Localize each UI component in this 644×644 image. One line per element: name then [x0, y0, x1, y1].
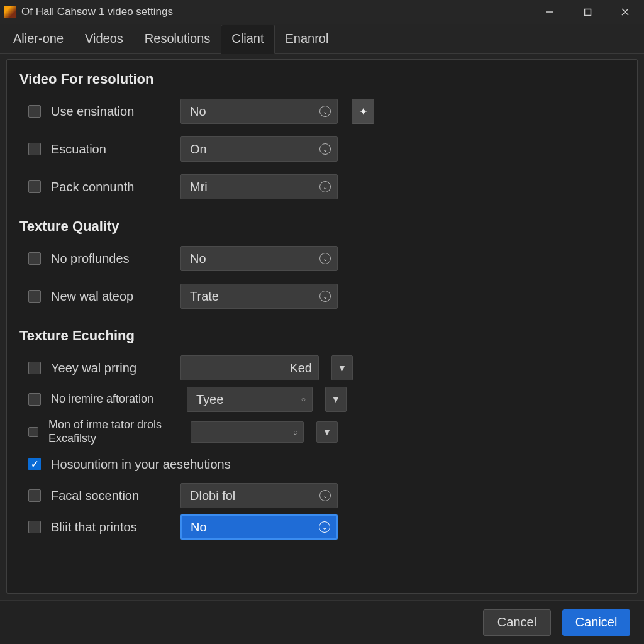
tab-videos[interactable]: Videos — [74, 25, 134, 54]
extra-button[interactable]: ✦ — [352, 99, 374, 124]
row-new-wal-ateop: New wal ateop Trate ⌄ — [28, 284, 625, 309]
row-no-proflundes: No proflundes No ⌄ — [28, 246, 625, 271]
row-hosountiom: Hosountiom in your aesehutions — [28, 452, 625, 477]
window-title: Of Hall Cahsow 1 video settings — [21, 6, 173, 18]
label-yeey-wal-prring: Yeey wal prring — [51, 361, 170, 375]
dropdown-icon: ⌄ — [319, 181, 331, 192]
row-mon-of-irme: Mon of irme tator drols Excafilsty c ▼ — [28, 418, 625, 445]
select-bliit-that-printos-value: No — [191, 520, 207, 535]
select-no-iremire-aftoration-value: Tyee — [196, 392, 223, 407]
caret-no-iremire-aftoration[interactable]: ▼ — [325, 387, 347, 412]
row-facal-socention: Facal socention Dlobi fol ⌄ — [28, 483, 625, 508]
checkbox-bliit-that-printos[interactable] — [28, 521, 41, 533]
close-icon — [621, 8, 630, 16]
minimize-icon — [545, 8, 554, 16]
dropdown-icon: ⌄ — [319, 106, 331, 117]
close-button[interactable] — [606, 0, 644, 24]
select-facal-socention[interactable]: Dlobi fol ⌄ — [180, 483, 338, 508]
dropdown-icon: ⌄ — [319, 253, 331, 264]
label-facal-socention: Facal socention — [51, 489, 170, 503]
select-new-wal-ateop[interactable]: Trate ⌄ — [180, 284, 338, 309]
label-escuation: Escuation — [51, 142, 170, 157]
select-escuation-value: On — [190, 142, 207, 157]
label-no-iremire-aftoration: No iremire aftoration — [51, 392, 177, 406]
checkbox-hosountiom[interactable] — [28, 458, 41, 470]
caret-yeey-wal-prring[interactable]: ▼ — [331, 355, 353, 380]
row-pack-connunth: Pack connunth Mri ⌄ — [28, 174, 625, 199]
select-escuation[interactable]: On ⌄ — [180, 136, 338, 162]
ok-button[interactable]: Canicel — [562, 609, 630, 636]
tab-enanrol[interactable]: Enanrol — [275, 25, 340, 54]
tab-cliant[interactable]: Cliant — [221, 25, 274, 54]
label-bliit-that-printos: Bliit that printos — [51, 520, 170, 535]
select-no-proflundes-value: No — [190, 252, 206, 266]
small-circle-icon: ○ — [301, 395, 306, 404]
section-texture-ecuching-title: Texture Ecuching — [19, 328, 625, 344]
select-facal-socention-value: Dlobi fol — [190, 489, 235, 503]
select-pack-connunth[interactable]: Mri ⌄ — [180, 174, 338, 199]
tab-alier-one[interactable]: Alier-one — [3, 25, 74, 54]
checkbox-mon-of-irme[interactable] — [28, 427, 38, 437]
label-pack-connunth: Pack connunth — [51, 180, 170, 194]
caret-mon-of-irme[interactable]: ▼ — [316, 421, 338, 443]
dropdown-icon: ⌄ — [319, 143, 331, 155]
label-no-proflundes: No proflundes — [51, 252, 170, 266]
label-use-ensination: Use ensination — [51, 104, 170, 119]
select-mon-of-irme[interactable]: c — [191, 421, 304, 443]
select-use-ensination[interactable]: No ⌄ — [180, 99, 338, 124]
content-wrap: Video For resolution Use ensination No ⌄… — [0, 54, 644, 600]
row-bliit-that-printos: Bliit that printos No ⌄ — [28, 514, 625, 540]
titlebar: Of Hall Cahsow 1 video settings — [0, 0, 644, 24]
dialog-footer: Cancel Canicel — [0, 600, 644, 644]
label-mon-of-irme: Mon of irme tator drols Excafilsty — [48, 418, 180, 445]
dropdown-icon: ⌄ — [319, 490, 331, 501]
dropdown-icon: ⌄ — [319, 291, 331, 302]
row-escuation: Escuation On ⌄ — [28, 136, 625, 162]
small-circle-icon: c — [294, 428, 297, 436]
checkbox-escuation[interactable] — [28, 143, 41, 155]
select-bliit-that-printos[interactable]: No ⌄ — [180, 514, 338, 540]
select-no-proflundes[interactable]: No ⌄ — [180, 246, 338, 271]
select-yeey-wal-prring[interactable]: Ked — [180, 355, 319, 380]
checkbox-no-proflundes[interactable] — [28, 252, 41, 265]
section-video-resolution-title: Video For resolution — [19, 71, 625, 87]
select-new-wal-ateop-value: Trate — [190, 289, 219, 304]
select-yeey-wal-prring-value: Ked — [289, 361, 312, 375]
checkbox-facal-socention[interactable] — [28, 489, 41, 502]
tab-bar: Alier-one Videos Resolutions Cliant Enan… — [0, 24, 644, 54]
cancel-button[interactable]: Cancel — [483, 609, 551, 636]
svg-rect-1 — [584, 9, 591, 15]
select-use-ensination-value: No — [190, 104, 206, 119]
app-icon — [4, 6, 16, 18]
settings-panel: Video For resolution Use ensination No ⌄… — [6, 59, 638, 594]
section-texture-quality-title: Texture Quality — [19, 218, 625, 235]
checkbox-yeey-wal-prring[interactable] — [28, 362, 41, 374]
maximize-icon — [584, 8, 592, 16]
checkbox-pack-connunth[interactable] — [28, 180, 41, 193]
tab-resolutions[interactable]: Resolutions — [134, 25, 221, 54]
checkbox-new-wal-ateop[interactable] — [28, 290, 41, 303]
checkbox-use-ensination[interactable] — [28, 105, 41, 118]
label-hosountiom: Hosountiom in your aesehutions — [51, 457, 231, 472]
checkbox-no-iremire-aftoration[interactable] — [28, 393, 41, 406]
minimize-button[interactable] — [531, 0, 569, 24]
label-new-wal-ateop: New wal ateop — [51, 289, 170, 304]
select-pack-connunth-value: Mri — [190, 180, 208, 194]
row-no-iremire-aftoration: No iremire aftoration Tyee ○ ▼ — [28, 387, 625, 412]
select-no-iremire-aftoration[interactable]: Tyee ○ — [187, 387, 313, 412]
row-use-ensination: Use ensination No ⌄ ✦ — [28, 99, 625, 124]
row-yeey-wal-prring: Yeey wal prring Ked ▼ — [28, 355, 625, 380]
maximize-button[interactable] — [569, 0, 606, 24]
settings-window: Of Hall Cahsow 1 video settings Alier-on… — [0, 0, 644, 644]
dropdown-icon: ⌄ — [319, 521, 330, 533]
